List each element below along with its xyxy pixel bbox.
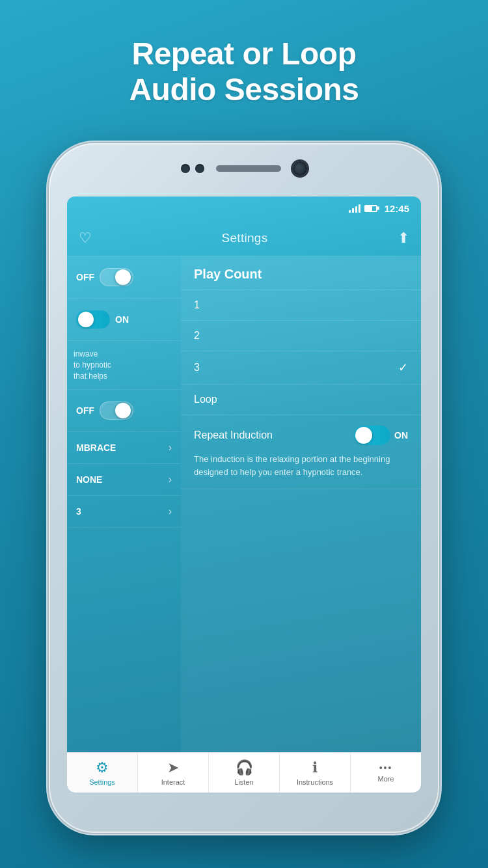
tab-more-label: More <box>377 775 394 783</box>
camera-dot-2 <box>195 164 204 173</box>
signal-bar-4 <box>359 204 360 213</box>
toggle2-label: ON <box>115 314 129 325</box>
time-display: 12:45 <box>385 203 409 214</box>
tab-instructions-label: Instructions <box>297 778 333 786</box>
interact-icon: ➤ <box>167 759 179 776</box>
play-count-item-3[interactable]: 3 ✓ <box>181 351 421 385</box>
toggle1-switch[interactable] <box>100 268 133 286</box>
repeat-induction-row: Repeat Induction ON <box>194 426 408 445</box>
front-camera <box>293 161 307 176</box>
signal-bar-1 <box>349 210 351 213</box>
app-header: ♡ Settings ⬆ <box>67 220 421 256</box>
tab-interact-label: Interact <box>161 778 185 786</box>
repeat-toggle-knob <box>355 427 372 444</box>
signal-bar-2 <box>352 208 354 213</box>
tab-more[interactable]: ••• More <box>351 753 421 793</box>
repeat-induction-toggle[interactable]: ON <box>354 426 408 445</box>
signal-bars <box>349 204 360 213</box>
tab-instructions[interactable]: ℹ Instructions <box>280 753 351 793</box>
sidebar-option-3[interactable]: 3 › <box>67 496 181 528</box>
phone-mockup: 12:45 ♡ Settings ⬆ OFF <box>49 143 439 833</box>
status-bar: 12:45 <box>67 197 421 220</box>
tab-settings[interactable]: ⚙ Settings <box>67 753 138 793</box>
tab-settings-label: Settings <box>89 778 115 786</box>
toggle-row-3: OFF <box>67 390 181 432</box>
toggle3-label: OFF <box>76 405 94 416</box>
battery-fill <box>366 206 372 211</box>
toggle1-knob <box>115 269 131 285</box>
toggle3-switch[interactable] <box>100 401 133 420</box>
chevron-icon-3: › <box>169 506 172 517</box>
sidebar-option-mbrace[interactable]: MBRACE › <box>67 432 181 464</box>
tab-bar: ⚙ Settings ➤ Interact 🎧 Listen ℹ Instruc… <box>67 752 421 793</box>
toggle2-knob <box>78 312 94 327</box>
play-count-value-1: 1 <box>194 299 200 311</box>
option3-label: 3 <box>76 506 81 517</box>
none-label: NONE <box>76 474 102 485</box>
settings-icon: ⚙ <box>96 759 109 776</box>
more-icon: ••• <box>379 763 393 773</box>
repeat-toggle-switch[interactable] <box>354 426 390 445</box>
repeat-induction-label: Repeat Induction <box>194 429 273 441</box>
heart-icon[interactable]: ♡ <box>79 230 92 247</box>
sidebar-option-none[interactable]: NONE › <box>67 464 181 496</box>
right-panel: Play Count 1 2 3 ✓ Loop <box>181 256 421 752</box>
toggle1-label: OFF <box>76 272 94 282</box>
toggle2-switch[interactable] <box>76 310 110 329</box>
loop-value: Loop <box>194 394 217 405</box>
sidebar-description: inwave to hypnotic that helps <box>67 341 181 390</box>
sidebar-text-1: inwave <box>74 349 174 360</box>
play-count-item-2[interactable]: 2 <box>181 321 421 351</box>
instructions-icon: ℹ <box>312 759 318 776</box>
tab-listen[interactable]: 🎧 Listen <box>209 753 280 793</box>
repeat-toggle-on-label: ON <box>394 430 408 441</box>
listen-icon: 🎧 <box>236 759 253 776</box>
battery-icon <box>364 205 377 212</box>
phone-screen: 12:45 ♡ Settings ⬆ OFF <box>67 197 421 793</box>
repeat-induction-description: The induction is the relaxing portion at… <box>194 453 408 478</box>
play-count-value-2: 2 <box>194 330 200 342</box>
play-count-item-1[interactable]: 1 <box>181 290 421 321</box>
selected-checkmark: ✓ <box>398 360 408 375</box>
chevron-icon-1: › <box>169 442 172 454</box>
sidebar-text-3: that helps <box>74 371 174 382</box>
signal-bar-3 <box>355 206 357 213</box>
sidebar-text-2: to hypnotic <box>74 360 174 371</box>
status-icons: 12:45 <box>349 203 409 214</box>
chevron-icon-2: › <box>169 474 172 485</box>
toggle-row-2: ON <box>67 299 181 341</box>
toggle-row-1: OFF <box>67 256 181 299</box>
repeat-induction-section: Repeat Induction ON The induction is the… <box>181 415 421 489</box>
toggle3-knob <box>115 403 131 418</box>
speaker-grille <box>216 165 281 172</box>
play-count-item-loop[interactable]: Loop <box>181 385 421 415</box>
content-area: OFF ON inwave to hypnotic that hel <box>67 256 421 752</box>
screen-title: Settings <box>221 231 267 245</box>
left-sidebar: OFF ON inwave to hypnotic that hel <box>67 256 181 752</box>
play-count-section-header: Play Count <box>181 256 421 290</box>
play-count-title: Play Count <box>194 267 262 281</box>
mbrace-label: MBRACE <box>76 442 116 453</box>
phone-top-hardware <box>49 161 439 176</box>
play-count-value-3: 3 <box>194 362 200 373</box>
camera-dot-1 <box>181 164 190 173</box>
camera-dots <box>181 164 204 173</box>
share-icon[interactable]: ⬆ <box>398 230 409 247</box>
page-title: Repeat or Loop Audio Sessions <box>0 0 488 107</box>
tab-interact[interactable]: ➤ Interact <box>138 753 209 793</box>
tab-listen-label: Listen <box>234 778 253 786</box>
